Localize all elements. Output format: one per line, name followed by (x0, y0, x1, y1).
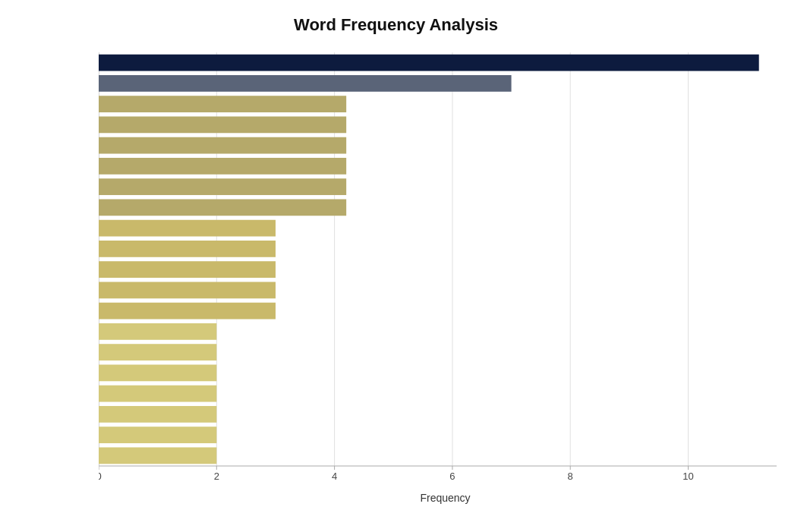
bar-power (99, 116, 346, 133)
chart-title: Word Frequency Analysis (0, 15, 792, 35)
bar-dollars (99, 178, 346, 195)
bar-energy (99, 158, 346, 175)
x-axis-label: Frequency (99, 492, 792, 504)
bar-accord (99, 364, 216, 381)
x-axis: Frequency (99, 492, 792, 504)
bar-accelerators (99, 199, 346, 216)
chart-svg: altmansupplyopenaipowerinfrastructureene… (99, 49, 792, 489)
bar-industry (99, 241, 276, 257)
bar-uae (99, 282, 276, 298)
bar-semiconductor (99, 427, 216, 443)
bar-openai (99, 96, 346, 112)
bar-altman (99, 55, 759, 71)
bar-emirates (99, 344, 216, 360)
bar-datacenter (99, 447, 216, 464)
bar-report (99, 386, 216, 402)
x-tick-label: 8 (568, 471, 573, 482)
bar-supply (99, 75, 512, 92)
chart-container: Word Frequency Analysis altmansupplyopen… (0, 0, 807, 532)
x-tick-label: 4 (332, 471, 337, 482)
x-tick-label: 10 (682, 471, 693, 482)
x-tick-label: 6 (449, 471, 455, 482)
bar-ceo (99, 323, 216, 340)
x-tick-label: 2 (214, 471, 219, 482)
bar-cost (99, 261, 276, 278)
bar-meet (99, 406, 216, 423)
bar-include (99, 303, 276, 320)
bar-global (99, 220, 276, 237)
bar-infrastructure (99, 137, 346, 154)
x-tick-label: 0 (99, 471, 102, 482)
